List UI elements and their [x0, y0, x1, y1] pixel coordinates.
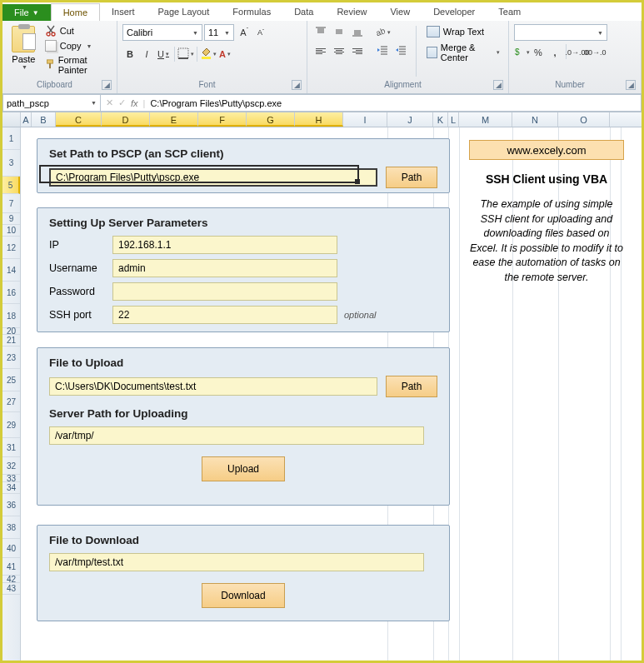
- row-header-29[interactable]: 29: [2, 412, 20, 438]
- dialog-launcher-icon[interactable]: ◢: [493, 80, 503, 90]
- tab-team[interactable]: Team: [487, 3, 532, 21]
- column-header-N[interactable]: N: [512, 112, 558, 127]
- copy-button[interactable]: Copy ▼: [43, 39, 112, 52]
- tab-developer[interactable]: Developer: [422, 3, 487, 21]
- column-header-H[interactable]: H: [295, 112, 343, 127]
- italic-button[interactable]: I: [139, 46, 154, 62]
- column-header-B[interactable]: B: [32, 112, 56, 127]
- row-header-25[interactable]: 25: [2, 369, 20, 391]
- align-right-button[interactable]: [349, 42, 366, 59]
- row-header-31[interactable]: 31: [2, 438, 20, 457]
- row-header-23[interactable]: 23: [2, 346, 20, 369]
- align-bottom-button[interactable]: [349, 24, 366, 41]
- tab-insert[interactable]: Insert: [100, 3, 147, 21]
- accounting-format-button[interactable]: $▾: [514, 44, 529, 61]
- borders-button[interactable]: ▾: [178, 46, 193, 62]
- decrease-font-button[interactable]: Aˇ: [252, 24, 267, 41]
- paste-button[interactable]: Paste ▼: [7, 24, 40, 72]
- align-top-button[interactable]: [312, 24, 329, 41]
- row-header-42[interactable]: 42: [2, 576, 20, 583]
- row-header-14[interactable]: 14: [2, 259, 20, 282]
- upload-button[interactable]: Upload: [202, 456, 285, 481]
- align-center-button[interactable]: [331, 42, 347, 59]
- tab-data[interactable]: Data: [282, 3, 325, 21]
- dialog-launcher-icon[interactable]: ◢: [292, 80, 302, 90]
- column-header-K[interactable]: K: [433, 112, 448, 127]
- format-painter-button[interactable]: Format Painter: [43, 54, 112, 76]
- orientation-button[interactable]: ab▾: [374, 24, 391, 41]
- info-link[interactable]: www.excely.com: [469, 140, 624, 160]
- tab-formulas[interactable]: Formulas: [221, 3, 282, 21]
- increase-font-button[interactable]: Aˆ: [236, 24, 251, 41]
- select-all-button[interactable]: [2, 112, 21, 127]
- decrease-indent-button[interactable]: [374, 42, 391, 59]
- column-header-C[interactable]: C: [56, 112, 102, 127]
- row-header-21[interactable]: 21: [2, 335, 20, 346]
- fill-color-button[interactable]: ▾: [201, 46, 216, 62]
- formula-input[interactable]: ✕ ✓ fx | C:\Program Files\Putty\pscp.exe: [100, 94, 642, 112]
- file-tab[interactable]: File ▼: [2, 4, 51, 21]
- upload-path-browse-button[interactable]: Path: [386, 376, 437, 397]
- column-header-M[interactable]: M: [459, 112, 512, 127]
- wrap-text-button[interactable]: Wrap Text: [423, 24, 503, 39]
- row-header-12[interactable]: 12: [2, 237, 20, 259]
- pscp-path-input[interactable]: C:\Program Files\Putty\pscp.exe: [49, 168, 377, 187]
- increase-indent-button[interactable]: [392, 42, 409, 59]
- upload-file-input[interactable]: C:\Users\DK\Documents\test.txt: [49, 377, 377, 396]
- row-header-40[interactable]: 40: [2, 539, 20, 558]
- column-header-F[interactable]: F: [198, 112, 247, 127]
- download-file-input[interactable]: /var/tmp/test.txt: [49, 553, 424, 571]
- comma-button[interactable]: ,: [547, 44, 562, 61]
- worksheet-grid[interactable]: 1357910121416182021232527293132333436384…: [2, 127, 642, 661]
- decrease-decimal-button[interactable]: .00→.0: [587, 44, 602, 61]
- font-name-select[interactable]: Calibri▼: [122, 24, 202, 41]
- dialog-launcher-icon[interactable]: ◢: [102, 80, 112, 90]
- cut-button[interactable]: Cut: [43, 24, 112, 37]
- row-header-18[interactable]: 18: [2, 304, 20, 328]
- row-header-10[interactable]: 10: [2, 225, 20, 237]
- font-color-button[interactable]: A▾: [217, 46, 232, 62]
- tab-review[interactable]: Review: [325, 3, 378, 21]
- merge-center-button[interactable]: Merge & Center▾: [423, 41, 503, 64]
- tab-view[interactable]: View: [378, 3, 422, 21]
- column-header-G[interactable]: G: [247, 112, 295, 127]
- row-header-38[interactable]: 38: [2, 516, 20, 539]
- row-header-41[interactable]: 41: [2, 558, 20, 576]
- font-size-select[interactable]: 11▼: [204, 24, 234, 41]
- row-header-9[interactable]: 9: [2, 213, 20, 225]
- pscp-path-browse-button[interactable]: Path: [386, 167, 437, 188]
- ssh-port-input[interactable]: 22: [112, 306, 337, 324]
- fx-icon[interactable]: fx: [131, 98, 138, 108]
- row-header-32[interactable]: 32: [2, 457, 20, 475]
- column-header-L[interactable]: L: [448, 112, 459, 127]
- server-path-input[interactable]: /var/tmp/: [49, 426, 424, 445]
- password-input[interactable]: [112, 282, 337, 301]
- row-header-33[interactable]: 33: [2, 475, 20, 482]
- row-header-7[interactable]: 7: [2, 194, 20, 213]
- row-header-3[interactable]: 3: [2, 150, 20, 177]
- name-box[interactable]: path_pscp▼: [2, 94, 101, 112]
- percent-button[interactable]: %: [531, 44, 546, 61]
- column-header-E[interactable]: E: [150, 112, 198, 127]
- tab-page-layout[interactable]: Page Layout: [147, 3, 222, 21]
- align-left-button[interactable]: [312, 42, 329, 59]
- column-header-A[interactable]: A: [21, 112, 32, 127]
- ip-input[interactable]: 192.168.1.1: [112, 236, 337, 254]
- row-header-1[interactable]: 1: [2, 127, 20, 150]
- download-button[interactable]: Download: [202, 583, 285, 608]
- tab-home[interactable]: Home: [51, 3, 100, 21]
- column-header-D[interactable]: D: [102, 112, 150, 127]
- row-header-34[interactable]: 34: [2, 482, 20, 494]
- number-format-select[interactable]: ▼: [514, 24, 607, 41]
- row-header-20[interactable]: 20: [2, 328, 20, 335]
- row-header-36[interactable]: 36: [2, 494, 20, 516]
- row-header-27[interactable]: 27: [2, 391, 20, 412]
- bold-button[interactable]: B: [122, 46, 137, 62]
- row-header-16[interactable]: 16: [2, 282, 20, 304]
- column-header-J[interactable]: J: [387, 112, 433, 127]
- row-header-5[interactable]: 5: [2, 177, 20, 194]
- column-header-O[interactable]: O: [558, 112, 610, 127]
- dialog-launcher-icon[interactable]: ◢: [626, 80, 636, 90]
- username-input[interactable]: admin: [112, 259, 337, 277]
- underline-button[interactable]: U▾: [156, 46, 171, 62]
